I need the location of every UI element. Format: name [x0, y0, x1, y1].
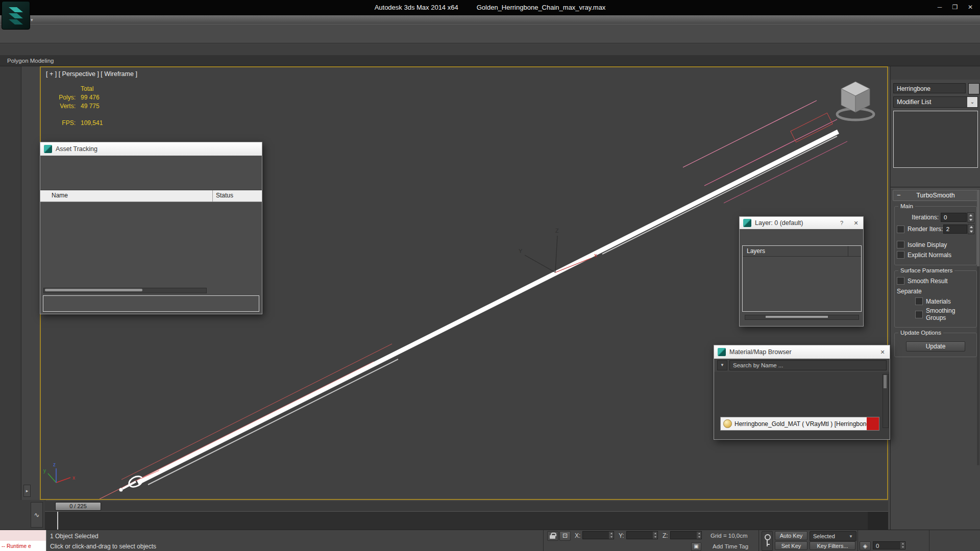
object-color-swatch[interactable]	[968, 83, 979, 94]
main-toolbar	[0, 24, 980, 43]
notification-icon[interactable]: ▣	[691, 542, 701, 551]
search-by-name-input[interactable]: Search by Name ...	[729, 360, 887, 370]
object-name-field[interactable]: Herringbone	[893, 83, 966, 93]
layers-column-header[interactable]: Layers	[743, 246, 861, 257]
title-bar: Autodesk 3ds Max 2014 x64Golden_Herringb…	[0, 0, 980, 15]
isoline-display-label: Isoline Display	[908, 241, 947, 248]
3ds-max-dialog-icon	[743, 219, 751, 227]
render-iters-spinner[interactable]	[968, 224, 974, 234]
render-iters-checkbox[interactable]	[897, 226, 904, 233]
set-key-toggle-button[interactable]	[762, 531, 773, 551]
asset-horizontal-scrollbar[interactable]	[43, 288, 207, 293]
update-options-group: Update Options Update	[894, 333, 977, 357]
smooth-result-checkbox[interactable]	[897, 277, 904, 285]
3ds-max-dialog-icon	[718, 348, 726, 356]
layer-dialog: Layer: 0 (default) ? ✕ Layers	[739, 216, 864, 327]
modifier-list-dropdown[interactable]: Modifier List ⌄	[893, 96, 978, 108]
maximize-button[interactable]: ❐	[947, 0, 963, 14]
timeline-ruler[interactable]	[45, 511, 888, 530]
asset-tracking-dialog: Asset Tracking Name Status	[40, 142, 262, 314]
render-iters-field[interactable]: 2	[943, 224, 967, 234]
polygon-modeling-panel[interactable]: Polygon Modeling	[0, 55, 980, 66]
material-browser-title-bar[interactable]: Material/Map Browser ✕	[714, 345, 890, 359]
isoline-display-checkbox[interactable]	[897, 241, 904, 248]
material-vertical-scrollbar[interactable]	[883, 374, 889, 428]
polygon-modeling-label: Polygon Modeling	[7, 58, 54, 64]
time-slider-handle[interactable]: 0 / 225	[55, 502, 101, 511]
surface-parameters-label: Surface Parameters	[898, 267, 954, 273]
iterations-field[interactable]: 0	[941, 213, 967, 222]
material-browser-close-button[interactable]: ✕	[875, 346, 890, 358]
iterations-spinner[interactable]	[967, 212, 974, 222]
time-slider-track[interactable]: 0 / 225	[45, 501, 888, 512]
explicit-normals-label: Explicit Normals	[908, 252, 951, 259]
asset-tracking-title-bar[interactable]: Asset Tracking	[40, 142, 262, 156]
prompt-line: Click or click-and-drag to select object…	[50, 542, 156, 551]
separate-label: Separate	[897, 288, 922, 295]
update-options-label: Update Options	[898, 330, 943, 336]
surface-parameters-group: Surface Parameters Smooth Result Separat…	[894, 270, 977, 328]
gizmo-z-label: Z	[555, 228, 559, 234]
status-column-header[interactable]: Status	[216, 192, 233, 199]
3ds-max-logo-icon	[6, 5, 26, 26]
layer-horizontal-scrollbar[interactable]	[745, 315, 859, 320]
view-cube[interactable]	[837, 82, 874, 120]
turbosmooth-rollout: − TurboSmooth Main Iterations: 0 Render …	[893, 190, 978, 360]
app-menu-arrow-icon[interactable]: ▾	[31, 17, 33, 22]
x-coordinate-label: X:	[575, 531, 580, 540]
listener-line[interactable]: -- Runtime e	[0, 541, 46, 551]
absolute-mode-toggle[interactable]: ⊡	[559, 531, 571, 541]
close-button[interactable]: ✕	[963, 0, 978, 14]
search-options-arrow-icon[interactable]: ▼	[717, 360, 727, 370]
name-column-header[interactable]: Name	[52, 192, 68, 199]
rollout-header[interactable]: − TurboSmooth	[893, 190, 978, 201]
main-group-label: Main	[898, 203, 915, 209]
smoothing-groups-checkbox[interactable]	[915, 311, 923, 318]
main-group: Main Iterations: 0 Render Iters: 2 Isoli…	[894, 206, 977, 265]
material-map-browser-dialog: Material/Map Browser ✕ ▼ Search by Name …	[714, 345, 890, 440]
set-key-button[interactable]: Set Key	[775, 541, 807, 550]
z-coordinate-field[interactable]	[670, 531, 702, 539]
y-coordinate-field[interactable]	[626, 531, 658, 539]
scene-material-item[interactable]: Herringbone_Gold_MAT ( VRayMtl ) [Herrin…	[720, 417, 879, 431]
selected-set-dropdown[interactable]: Selected▼	[810, 531, 856, 541]
layer-list: Layers	[742, 245, 862, 312]
current-frame-marker[interactable]	[57, 512, 58, 530]
app-title: Autodesk 3ds Max 2014 x64	[375, 4, 458, 11]
asset-table-header: Name Status	[40, 190, 262, 202]
expand-explorer-arrow-button[interactable]: ▸	[23, 485, 31, 497]
layer-close-button[interactable]: ✕	[849, 217, 863, 229]
smooth-result-label: Smooth Result	[908, 278, 948, 285]
add-time-tag-label[interactable]: Add Time Tag	[713, 542, 748, 551]
layer-dialog-title-bar[interactable]: Layer: 0 (default) ? ✕	[740, 217, 863, 229]
update-button[interactable]: Update	[906, 341, 965, 352]
asset-status-box	[43, 295, 259, 312]
open-mini-curve-editor-button[interactable]: ∿	[31, 502, 43, 528]
explicit-normals-checkbox[interactable]	[897, 251, 904, 259]
modifier-stack	[893, 111, 978, 168]
ribbon-tabs	[0, 43, 980, 55]
asset-tracking-toolbar	[40, 175, 262, 190]
selection-lock-toggle[interactable]	[547, 531, 558, 541]
auto-key-button[interactable]: Auto Key	[775, 531, 807, 540]
key-mode-toggle-button[interactable]: ◈	[860, 541, 871, 550]
world-axis-y-label: y	[43, 468, 46, 473]
3ds-max-dialog-icon	[44, 145, 52, 153]
layer-help-button[interactable]: ?	[835, 217, 849, 229]
status-bar: -- Runtime e 1 Object Selected Click or …	[0, 530, 980, 551]
3ds-max-logo-button[interactable]	[2, 1, 30, 30]
materials-checkbox[interactable]	[915, 297, 923, 305]
modifier-stack-toolbar	[893, 171, 978, 183]
macro-recorder-line[interactable]	[0, 530, 46, 541]
gizmo-y-label: Y	[519, 248, 523, 254]
selection-count-label: 1 Object Selected	[50, 532, 99, 541]
material-browser-title: Material/Map Browser	[729, 348, 792, 356]
command-panel-scrollbar[interactable]	[977, 190, 979, 465]
maxscript-mini-listener[interactable]: -- Runtime e	[0, 530, 46, 551]
key-filters-button[interactable]: Key Filters...	[810, 541, 855, 550]
asset-tracking-menu-row-2	[40, 165, 262, 175]
current-frame-field[interactable]: 0	[873, 541, 905, 549]
minimize-button[interactable]: ─	[932, 0, 947, 14]
x-coordinate-field[interactable]	[582, 531, 614, 539]
layer-toolbar	[740, 229, 863, 244]
